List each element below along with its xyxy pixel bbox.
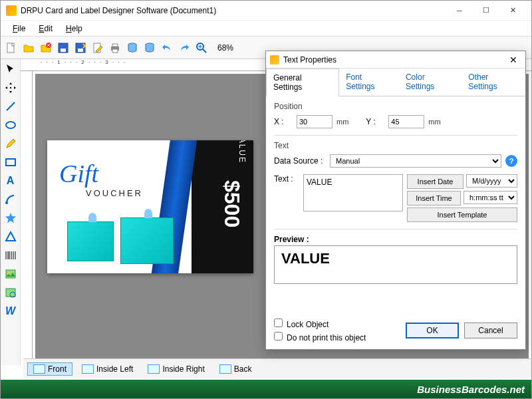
menubar: File Edit Help: [1, 21, 531, 37]
position-label: Position: [274, 102, 517, 111]
star-tool-icon[interactable]: [3, 211, 18, 225]
close-button[interactable]: ✕: [499, 1, 526, 20]
svg-rect-17: [6, 270, 15, 278]
text-input[interactable]: VALUE: [303, 174, 403, 211]
lock-object-checkbox[interactable]: Lock Object: [274, 319, 366, 329]
line-tool-icon[interactable]: [3, 99, 18, 114]
date-format-select[interactable]: M/d/yyyy: [466, 174, 517, 188]
tab-font-settings[interactable]: Font Settings: [339, 68, 399, 96]
pencil-tool-icon[interactable]: [3, 136, 18, 151]
save-icon[interactable]: [55, 40, 71, 56]
zoom-in-icon[interactable]: [194, 40, 209, 56]
tab-inside-left[interactable]: Inside Left: [76, 363, 138, 375]
x-label: X :: [274, 117, 293, 126]
saveas-icon[interactable]: [72, 40, 88, 56]
move-tool-icon[interactable]: [3, 80, 18, 95]
svg-rect-15: [6, 159, 15, 166]
insert-template-button[interactable]: Insert Template: [407, 207, 517, 222]
dialog-tabs: General Settings Font Settings Color Set…: [266, 68, 525, 96]
ruler-vertical: [21, 71, 33, 365]
separator: [274, 229, 517, 229]
svg-rect-0: [7, 43, 14, 53]
minimize-button[interactable]: ─: [446, 1, 473, 20]
print-icon[interactable]: [107, 40, 123, 56]
text-label: Text :: [274, 174, 299, 184]
giftbox-icon: [120, 217, 174, 264]
db2-icon[interactable]: [142, 40, 158, 56]
position-group: Position X : mm Y : mm: [274, 102, 517, 128]
menu-edit[interactable]: Edit: [32, 23, 59, 35]
text-group: Text Data Source : Manual ? Text : VALUE…: [274, 141, 517, 222]
tab-inside-right[interactable]: Inside Right: [142, 363, 209, 375]
menu-file[interactable]: File: [6, 23, 32, 35]
page-icon: [82, 364, 94, 374]
redo-icon[interactable]: [176, 40, 192, 56]
svg-rect-8: [112, 44, 118, 47]
svg-rect-5: [78, 49, 83, 52]
svg-point-18: [7, 272, 9, 274]
dialog-body: Position X : mm Y : mm Text Data Source …: [266, 96, 525, 313]
y-input[interactable]: [388, 115, 424, 128]
card-value-label: VALUE: [237, 140, 247, 164]
rect-tool-icon[interactable]: [3, 155, 18, 170]
left-toolbox: A W: [1, 59, 21, 365]
svg-point-16: [5, 201, 8, 204]
tab-front[interactable]: Front: [27, 362, 72, 376]
footer-brand: BusinessBarcodes.net: [1, 380, 531, 398]
page-icon: [148, 364, 160, 374]
maximize-button[interactable]: ☐: [473, 1, 499, 20]
arc-tool-icon[interactable]: [3, 192, 18, 207]
app-icon: [6, 5, 17, 16]
dialog-title: Text Properties: [283, 55, 336, 65]
tab-back[interactable]: Back: [214, 363, 257, 375]
text-tool-icon[interactable]: A: [3, 174, 18, 188]
separator: [274, 135, 517, 136]
datasource-select[interactable]: Manual: [330, 154, 501, 168]
time-format-select[interactable]: h:mm:ss tt: [464, 191, 517, 204]
tab-color-settings[interactable]: Color Settings: [399, 68, 462, 96]
dialog-icon: [270, 55, 279, 65]
undo-icon[interactable]: [159, 40, 175, 56]
dialog-footer: Lock Object Do not print this object OK …: [266, 313, 525, 349]
x-input[interactable]: [297, 115, 332, 128]
card-value-amount: $500: [219, 180, 244, 227]
y-unit: mm: [428, 118, 440, 126]
preview-label: Preview :: [274, 235, 517, 244]
wordart-tool-icon[interactable]: W: [3, 304, 18, 319]
close-doc-icon[interactable]: [38, 40, 54, 56]
page-icon: [219, 364, 231, 374]
dialog-titlebar[interactable]: Text Properties ✕: [266, 51, 525, 68]
library-tool-icon[interactable]: [3, 285, 18, 300]
card-gift-text: Gift: [59, 159, 98, 188]
insert-time-button[interactable]: Insert Time: [407, 191, 461, 205]
text-group-label: Text: [274, 141, 517, 150]
window-title: DRPU Card and Label Designer Software (D…: [21, 6, 446, 15]
open-icon[interactable]: [21, 40, 37, 56]
x-unit: mm: [336, 118, 348, 126]
svg-rect-3: [61, 49, 66, 52]
ok-button[interactable]: OK: [406, 323, 459, 338]
help-icon[interactable]: ?: [505, 155, 517, 167]
giftbox-icon: [67, 221, 114, 261]
pointer-tool-icon[interactable]: [3, 62, 18, 76]
db-icon[interactable]: [124, 40, 140, 56]
text-properties-dialog: Text Properties ✕ General Settings Font …: [265, 51, 526, 350]
tab-other-settings[interactable]: Other Settings: [462, 68, 525, 96]
barcode-tool-icon[interactable]: [3, 248, 18, 263]
titlebar: DRPU Card and Label Designer Software (D…: [1, 1, 531, 21]
noprint-checkbox[interactable]: Do not print this object: [274, 332, 366, 342]
tab-general-settings[interactable]: General Settings: [266, 68, 339, 96]
zoom-value[interactable]: 68%: [215, 43, 236, 53]
page-icon: [33, 364, 45, 374]
insert-date-button[interactable]: Insert Date: [407, 174, 464, 189]
edit-icon[interactable]: [90, 40, 106, 56]
menu-help[interactable]: Help: [59, 23, 89, 35]
new-icon[interactable]: [3, 40, 19, 56]
ellipse-tool-icon[interactable]: [3, 118, 18, 132]
triangle-tool-icon[interactable]: [3, 229, 18, 244]
cancel-button[interactable]: Cancel: [464, 323, 517, 338]
image-tool-icon[interactable]: [3, 267, 18, 281]
datasource-label: Data Source :: [274, 156, 326, 166]
dialog-close-icon[interactable]: ✕: [505, 55, 521, 65]
card-preview[interactable]: Gift VOUCHER VALUE $500: [47, 140, 253, 273]
